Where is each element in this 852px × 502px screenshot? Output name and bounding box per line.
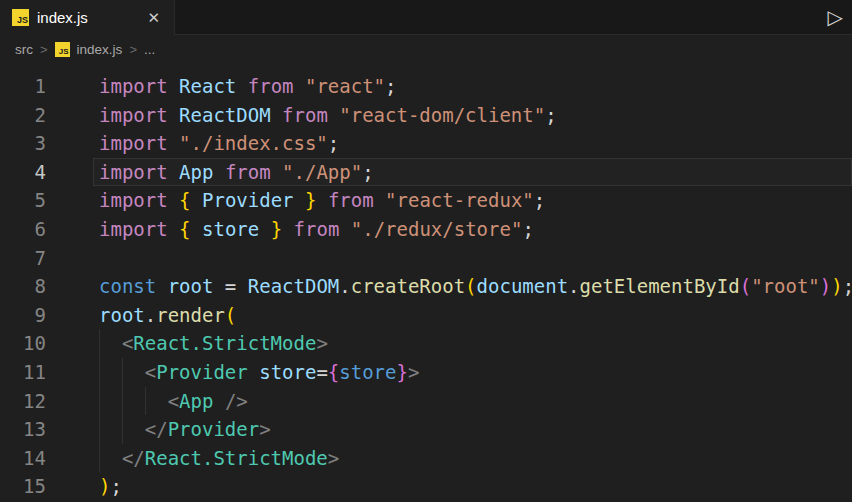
code-token: render (156, 304, 225, 326)
line-number[interactable]: 5 (0, 186, 46, 215)
indent-guide (122, 358, 123, 387)
code-token: from (248, 75, 294, 97)
tab-index-js[interactable]: JS index.js ✕ (0, 0, 175, 35)
line-number[interactable]: 8 (0, 272, 46, 301)
code-token: } (305, 189, 316, 211)
code-token: > (328, 447, 339, 469)
code-line-12[interactable]: 12 <App /> (0, 387, 852, 416)
line-number[interactable]: 12 (0, 387, 46, 416)
code-token: from (225, 161, 271, 183)
js-file-icon: JS (12, 9, 29, 26)
code-content: <React.StrictMode> (46, 329, 852, 358)
code-token: ; (843, 275, 852, 297)
line-number[interactable]: 14 (0, 444, 46, 473)
code-token: "react-dom/client" (339, 104, 545, 126)
line-number[interactable]: 15 (0, 472, 46, 501)
chevron-right-icon: > (129, 42, 137, 57)
tab-label: index.js (37, 9, 88, 26)
code-token: "react-redux" (385, 189, 534, 211)
line-number[interactable]: 6 (0, 215, 46, 244)
indent-guide (122, 387, 123, 416)
code-token (168, 218, 179, 240)
code-token: } (397, 361, 408, 383)
code-line-3[interactable]: 3import "./index.css"; (0, 129, 852, 158)
code-token: document (477, 275, 569, 297)
code-token: </ (145, 418, 168, 440)
line-number[interactable]: 9 (0, 301, 46, 330)
code-token (156, 275, 167, 297)
code-token: ( (225, 304, 236, 326)
indent-guide (99, 415, 100, 444)
code-line-8[interactable]: 8const root = ReactDOM.createRoot(docume… (0, 272, 852, 301)
code-line-2[interactable]: 2import ReactDOM from "react-dom/client"… (0, 101, 852, 130)
code-token: React.StrictMode (133, 332, 316, 354)
breadcrumb: src > JS index.js > ... (0, 35, 852, 63)
code-token: ; (328, 132, 339, 154)
tabbar-empty-area: ▷ (175, 0, 852, 35)
code-token: { (179, 218, 190, 240)
code-token (282, 218, 293, 240)
js-icon-label: JS (59, 47, 69, 56)
breadcrumb-item-symbol[interactable]: ... (144, 42, 155, 57)
indent-guide (99, 358, 100, 387)
code-token (328, 104, 339, 126)
close-icon[interactable]: ✕ (145, 8, 162, 27)
code-token (339, 218, 350, 240)
line-number[interactable]: 1 (0, 72, 46, 101)
code-content: import ReactDOM from "react-dom/client"; (46, 101, 852, 130)
line-number[interactable]: 3 (0, 129, 46, 158)
code-line-7[interactable]: 7 (0, 244, 852, 273)
code-editor: 1import React from "react";2import React… (0, 63, 852, 501)
code-token: from (282, 104, 328, 126)
code-token: /> (225, 390, 248, 412)
code-line-14[interactable]: 14 </React.StrictMode> (0, 444, 852, 473)
code-token (213, 390, 224, 412)
code-token: ) (99, 475, 110, 497)
code-line-5[interactable]: 5import { Provider } from "react-redux"; (0, 186, 852, 215)
line-number[interactable]: 10 (0, 329, 46, 358)
line-number[interactable]: 7 (0, 244, 46, 273)
line-number[interactable]: 4 (0, 158, 46, 187)
code-content: import { Provider } from "react-redux"; (46, 186, 852, 215)
code-token (99, 447, 122, 469)
code-line-1[interactable]: 1import React from "react"; (0, 72, 852, 101)
code-token: from (328, 189, 374, 211)
line-number[interactable]: 13 (0, 415, 46, 444)
code-token (294, 75, 305, 97)
breadcrumb-item-file[interactable]: index.js (77, 42, 123, 57)
code-token: "./redux/store" (351, 218, 523, 240)
breadcrumb-item-src[interactable]: src (15, 42, 33, 57)
code-token (236, 75, 247, 97)
code-token: "react" (305, 75, 385, 97)
code-token: root (168, 275, 214, 297)
code-line-11[interactable]: 11 <Provider store={store}> (0, 358, 852, 387)
code-token (168, 104, 179, 126)
code-token: ; (545, 104, 556, 126)
code-token: ; (522, 218, 533, 240)
code-token: Provider (202, 189, 294, 211)
code-token: React.StrictMode (145, 447, 328, 469)
code-line-15[interactable]: 15); (0, 472, 852, 501)
code-token: Provider (168, 418, 260, 440)
code-token: root (99, 304, 145, 326)
code-content: <App /> (46, 387, 852, 416)
code-line-10[interactable]: 10 <React.StrictMode> (0, 329, 852, 358)
code-line-4[interactable]: 4import App from "./App"; (0, 158, 852, 187)
code-line-6[interactable]: 6import { store } from "./redux/store"; (0, 215, 852, 244)
code-token: = (213, 275, 247, 297)
line-number[interactable]: 2 (0, 101, 46, 130)
run-icon[interactable]: ▷ (828, 7, 843, 27)
code-token: "root" (751, 275, 820, 297)
code-token: ; (534, 189, 545, 211)
code-token: getElementById (580, 275, 740, 297)
code-token: store (259, 361, 316, 383)
code-line-13[interactable]: 13 </Provider> (0, 415, 852, 444)
code-token: Provider (156, 361, 248, 383)
code-content: import { store } from "./redux/store"; (46, 215, 852, 244)
code-token: . (145, 304, 156, 326)
code-line-9[interactable]: 9root.render( (0, 301, 852, 330)
line-number[interactable]: 11 (0, 358, 46, 387)
code-token: import (99, 161, 168, 183)
code-token (168, 132, 179, 154)
code-content: import React from "react"; (46, 72, 852, 101)
